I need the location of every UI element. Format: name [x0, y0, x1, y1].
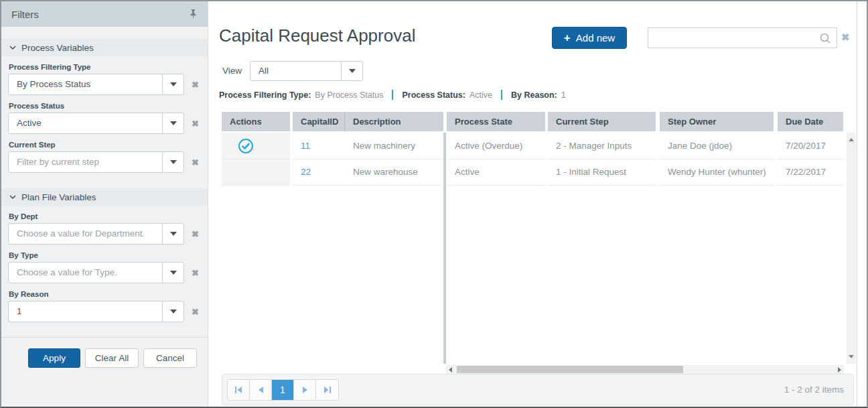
last-page-button[interactable] — [316, 380, 338, 400]
dropdown-value: By Process Status — [9, 74, 162, 94]
view-dropdown[interactable]: All — [250, 61, 363, 81]
column-header-capitalid[interactable]: CapitalID — [293, 112, 345, 131]
process-grid: Actions CapitalID Description Process St… — [222, 112, 857, 375]
dropdown-placeholder: Choose a value for Type. — [9, 263, 162, 283]
cell-current-step: 1 - Initial Request — [548, 159, 656, 186]
pin-icon[interactable] — [189, 9, 198, 19]
capitalid-link[interactable]: 22 — [293, 159, 345, 186]
by-type-dropdown[interactable]: Choose a value for Type. — [8, 262, 184, 283]
dropdown-value: Active — [9, 113, 162, 133]
column-header-due-date[interactable]: Due Date — [778, 112, 843, 131]
search-box — [648, 27, 837, 48]
filters-title: Filters — [11, 9, 39, 20]
view-label: View — [222, 66, 242, 76]
clear-all-button[interactable]: Clear All — [85, 348, 139, 368]
column-header-actions[interactable]: Actions — [222, 112, 290, 131]
cell-process-state: Active — [447, 159, 545, 186]
search-clear-icon[interactable]: ✖ — [841, 32, 850, 42]
column-header-process-state[interactable]: Process State — [447, 112, 545, 131]
plus-icon: + — [564, 32, 571, 44]
items-count-label: 1 - 2 of 2 items — [784, 375, 844, 405]
add-new-button[interactable]: + Add new — [552, 27, 627, 49]
clear-filter-icon[interactable]: ✖ — [192, 308, 199, 316]
summary-label: By Reason — [511, 90, 557, 100]
section-process-variables[interactable]: Process Variables — [1, 39, 208, 56]
cell-due-date: 7/20/2017 — [778, 133, 843, 159]
cancel-button[interactable]: Cancel — [143, 348, 197, 368]
filter-summary: Process Filtering Type By Process Status… — [219, 88, 566, 101]
dropdown-placeholder: Choose a value for Department. — [9, 224, 162, 244]
page-number-button[interactable]: 1 — [272, 380, 294, 400]
horizontal-scrollbar[interactable] — [446, 365, 844, 374]
capitalid-link[interactable]: 11 — [293, 133, 345, 159]
check-circle-icon[interactable] — [238, 138, 254, 154]
field-label-by-reason: By Reason — [9, 290, 200, 298]
dropdown-arrow-icon[interactable] — [162, 263, 184, 283]
scrollbar-thumb[interactable] — [457, 366, 683, 373]
clear-filter-icon[interactable]: ✖ — [192, 230, 199, 239]
pagination-bar: 1 1 - 2 of 2 items — [222, 374, 854, 405]
chevron-down-icon — [9, 195, 16, 199]
content-right-edge — [857, 1, 857, 407]
cell-description: New machinery — [345, 133, 443, 159]
summary-value: Active — [469, 90, 492, 100]
dropdown-arrow-icon[interactable] — [162, 301, 184, 322]
dropdown-arrow-icon[interactable] — [162, 152, 184, 172]
frozen-column-splitter[interactable] — [443, 133, 446, 364]
first-page-button[interactable] — [228, 380, 250, 400]
dropdown-arrow-icon[interactable] — [162, 224, 184, 244]
cell-description: New warehouse — [345, 159, 443, 186]
by-dept-dropdown[interactable]: Choose a value for Department. — [8, 223, 184, 245]
dropdown-value: 1 — [9, 301, 162, 322]
field-label-by-dept: By Dept — [9, 212, 200, 220]
previous-page-button[interactable] — [250, 380, 272, 400]
filters-panel: Filters Process Variables Process Filter… — [1, 1, 208, 407]
summary-value: 1 — [561, 90, 566, 100]
dropdown-arrow-icon[interactable] — [162, 113, 184, 133]
section-plan-file-variables[interactable]: Plan File Variables — [1, 188, 208, 206]
add-new-label: Add new — [576, 32, 615, 44]
clear-filter-icon[interactable]: ✖ — [192, 119, 199, 128]
main-content: Capital Request Approval + Add new ✖ Vie… — [209, 1, 867, 407]
row-action-cell — [222, 133, 290, 159]
column-header-current-step[interactable]: Current Step — [548, 112, 656, 131]
next-page-button[interactable] — [294, 380, 316, 400]
by-reason-dropdown[interactable]: 1 — [8, 301, 184, 322]
column-header-step-owner[interactable]: Step Owner — [660, 112, 774, 131]
summary-label: Process Filtering Type — [219, 90, 311, 100]
scroll-up-icon[interactable] — [849, 138, 854, 141]
page-title: Capital Request Approval — [219, 25, 415, 46]
scroll-right-icon[interactable] — [838, 367, 841, 372]
field-label-current-step: Current Step — [9, 141, 200, 149]
clear-filter-icon[interactable]: ✖ — [192, 80, 199, 89]
chevron-down-icon — [9, 46, 16, 50]
search-icon[interactable] — [819, 32, 837, 44]
column-header-description[interactable]: Description — [345, 112, 443, 131]
dropdown-arrow-icon[interactable] — [162, 74, 184, 94]
view-dropdown-value: All — [250, 62, 341, 80]
scroll-left-icon[interactable] — [449, 367, 452, 372]
process-filtering-type-dropdown[interactable]: By Process Status — [8, 74, 184, 95]
cell-step-owner: Jane Doe (jdoe) — [660, 133, 774, 159]
vertical-scrollbar[interactable] — [847, 133, 856, 364]
app-window: Filters Process Variables Process Filter… — [0, 0, 868, 408]
summary-separator — [392, 90, 393, 100]
field-label-process-filtering-type: Process Filtering Type — [9, 63, 200, 71]
summary-separator — [501, 90, 502, 100]
search-input[interactable] — [648, 28, 819, 48]
field-label-by-type: By Type — [9, 251, 200, 259]
clear-filter-icon[interactable]: ✖ — [192, 269, 199, 277]
process-status-dropdown[interactable]: Active — [8, 113, 184, 134]
current-step-dropdown[interactable]: Filter by current step — [8, 151, 184, 173]
clear-filter-icon[interactable]: ✖ — [192, 158, 199, 167]
scroll-down-icon[interactable] — [849, 355, 854, 358]
apply-button[interactable]: Apply — [28, 348, 80, 368]
dropdown-placeholder: Filter by current step — [9, 152, 162, 172]
cell-due-date: 7/22/2017 — [778, 159, 843, 186]
summary-value: By Process Status — [315, 90, 383, 100]
pagination-buttons: 1 — [227, 379, 339, 401]
dropdown-arrow-icon[interactable] — [341, 62, 362, 80]
cell-current-step: 2 - Manager Inputs — [548, 133, 656, 159]
cell-step-owner: Wendy Hunter (whunter) — [660, 159, 774, 186]
field-label-process-status: Process Status — [9, 102, 200, 110]
